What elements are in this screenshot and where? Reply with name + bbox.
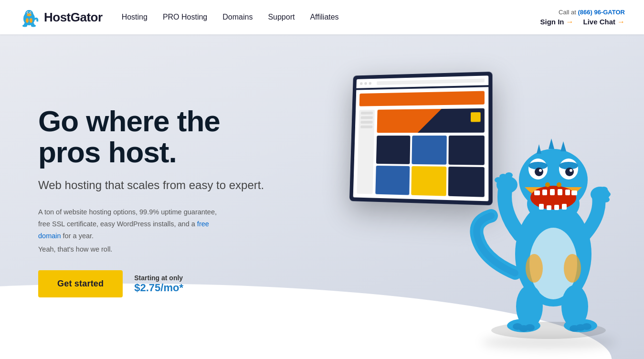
browser-dot-3 xyxy=(369,82,371,85)
svg-rect-41 xyxy=(542,190,547,195)
call-text: Call at (866) 96-GATOR xyxy=(559,9,625,16)
svg-point-53 xyxy=(570,169,572,172)
svg-rect-40 xyxy=(534,190,540,195)
grid-cell-2 xyxy=(412,136,447,165)
price-text: $2.75/mo* xyxy=(134,282,183,294)
svg-point-21 xyxy=(525,324,535,331)
sign-in-arrow-icon: → xyxy=(566,18,573,26)
starting-label: Starting at only xyxy=(134,274,183,282)
hero-tagline: Yeah, that's how we roll. xyxy=(38,245,277,253)
svg-rect-57 xyxy=(547,205,551,210)
hero-content: Go where the pros host. Web hosting that… xyxy=(38,106,277,298)
svg-rect-43 xyxy=(558,189,562,195)
nav-item-support[interactable]: Support xyxy=(268,13,295,21)
nav-item-domains[interactable]: Domains xyxy=(222,13,253,21)
svg-point-51 xyxy=(565,168,574,176)
gator-mascot xyxy=(453,92,634,340)
svg-point-36 xyxy=(602,197,610,202)
hero-illustration xyxy=(310,34,644,359)
svg-point-35 xyxy=(603,191,611,197)
logo-text: HostGator xyxy=(44,10,103,25)
get-started-button[interactable]: Get started xyxy=(38,270,123,297)
svg-point-28 xyxy=(564,254,581,283)
hero-description: A ton of website hosting options, 99.9% … xyxy=(38,206,220,242)
navbar-left: HostGator Hosting PRO Hosting Domains Su… xyxy=(19,7,339,27)
nav-link-pro-hosting[interactable]: PRO Hosting xyxy=(163,13,207,21)
hero-subtitle: Web hosting that scales from easy to exp… xyxy=(38,177,277,193)
nav-link-affiliates[interactable]: Affiliates xyxy=(310,13,338,21)
nav-item-pro-hosting[interactable]: PRO Hosting xyxy=(163,13,207,21)
nav-link-support[interactable]: Support xyxy=(268,13,295,21)
svg-point-54 xyxy=(545,182,550,187)
svg-rect-58 xyxy=(554,205,559,210)
live-chat-link[interactable]: Live Chat → xyxy=(583,18,625,26)
browser-bar xyxy=(356,75,488,88)
browser-url-bar xyxy=(377,78,485,85)
nav-item-hosting[interactable]: Hosting xyxy=(122,13,148,21)
svg-point-7 xyxy=(27,13,32,16)
svg-point-26 xyxy=(582,323,591,330)
svg-point-32 xyxy=(505,172,513,178)
phone-number[interactable]: (866) 96-GATOR xyxy=(578,9,625,16)
svg-rect-45 xyxy=(571,190,577,195)
nav-link-hosting[interactable]: Hosting xyxy=(122,13,148,21)
svg-rect-42 xyxy=(550,189,555,195)
svg-point-55 xyxy=(557,182,561,187)
svg-point-12 xyxy=(22,25,27,27)
svg-rect-44 xyxy=(565,190,570,195)
mockup-sidebar xyxy=(357,110,375,194)
hero-cta: Get started Starting at only $2.75/mo* xyxy=(38,270,277,297)
svg-point-13 xyxy=(31,25,36,27)
svg-point-6 xyxy=(31,12,32,13)
svg-rect-59 xyxy=(562,204,567,210)
gator-shadow xyxy=(482,335,615,349)
grid-cell-1 xyxy=(376,136,411,164)
hero-section: Go where the pros host. Web hosting that… xyxy=(0,34,644,359)
grid-cell-5 xyxy=(411,166,446,196)
logo-icon xyxy=(19,7,39,27)
svg-point-8 xyxy=(26,18,29,23)
sidebar-bar-1 xyxy=(361,112,373,115)
logo-link[interactable]: HostGator xyxy=(19,7,103,27)
nav-item-affiliates[interactable]: Affiliates xyxy=(310,13,338,21)
sidebar-bar-3 xyxy=(360,121,372,124)
svg-rect-56 xyxy=(539,204,544,210)
navbar-right: Call at (866) 96-GATOR Sign In → Live Ch… xyxy=(540,9,625,26)
browser-dot-1 xyxy=(360,82,363,85)
grid-cell-4 xyxy=(375,166,410,195)
browser-dot-2 xyxy=(364,82,367,85)
navbar-actions: Sign In → Live Chat → xyxy=(540,18,625,26)
sign-in-link[interactable]: Sign In → xyxy=(540,18,573,26)
nav-links: Hosting PRO Hosting Domains Support Affi… xyxy=(122,13,339,21)
pricing-info: Starting at only $2.75/mo* xyxy=(134,274,183,294)
sidebar-bar-2 xyxy=(361,116,373,119)
sidebar-bar-4 xyxy=(360,126,372,128)
navbar: HostGator Hosting PRO Hosting Domains Su… xyxy=(0,0,644,34)
live-chat-arrow-icon: → xyxy=(617,18,625,26)
svg-point-9 xyxy=(30,18,32,23)
gator-svg xyxy=(453,92,634,340)
svg-point-27 xyxy=(526,254,543,283)
nav-link-domains[interactable]: Domains xyxy=(222,13,253,21)
svg-point-52 xyxy=(539,169,542,172)
svg-point-5 xyxy=(28,12,29,13)
svg-point-50 xyxy=(535,168,543,176)
hero-title: Go where the pros host. xyxy=(38,106,277,168)
